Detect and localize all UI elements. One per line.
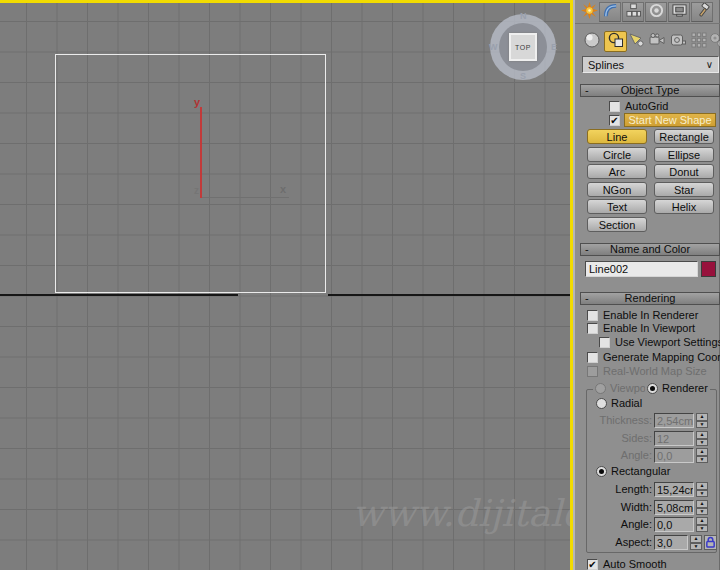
rectangle-button[interactable]: Rectangle xyxy=(654,129,714,144)
spinner-up-icon[interactable]: ▲ xyxy=(696,448,708,456)
autogrid-checkbox[interactable] xyxy=(609,101,620,112)
donut-button[interactable]: Donut xyxy=(654,164,714,179)
rect-angle-field[interactable]: 0,0 xyxy=(654,517,694,532)
enable-in-renderer-checkbox[interactable] xyxy=(587,310,598,321)
category-space-warps[interactable] xyxy=(689,31,709,52)
viewcube-top-face[interactable]: TOP xyxy=(509,33,537,61)
spinner-up-icon[interactable]: ▲ xyxy=(696,500,708,508)
systems-icon xyxy=(709,32,720,52)
object-color-swatch[interactable] xyxy=(701,261,716,277)
tab-create[interactable] xyxy=(580,2,599,23)
rollout-header-rendering[interactable]: - Rendering xyxy=(580,292,720,305)
length-field[interactable]: 15,24cm xyxy=(654,482,694,497)
compass-west[interactable]: W xyxy=(489,42,498,52)
circle-button[interactable]: Circle xyxy=(587,147,647,162)
start-new-shape-button[interactable]: Start New Shape xyxy=(624,113,716,127)
utilities-hammer-icon xyxy=(695,3,710,22)
compass-south[interactable]: S xyxy=(520,71,526,81)
category-cameras[interactable] xyxy=(647,31,667,52)
category-geometry[interactable] xyxy=(582,31,602,52)
compass-east[interactable]: E xyxy=(551,42,557,52)
use-viewport-settings-label: Use Viewport Settings xyxy=(615,336,720,348)
sides-spinner[interactable]: ▲ ▼ xyxy=(696,431,708,446)
tab-hierarchy[interactable] xyxy=(622,2,644,22)
compass-north[interactable]: N xyxy=(520,11,527,21)
thickness-label: Thickness: xyxy=(586,414,652,426)
radial-angle-field[interactable]: 0,0 xyxy=(654,448,694,463)
shapes-icon xyxy=(608,32,624,52)
spinner-down-icon[interactable]: ▼ xyxy=(696,439,708,447)
tab-utilities[interactable] xyxy=(691,2,713,22)
category-lights[interactable] xyxy=(626,31,646,52)
chevron-down-icon: ∨ xyxy=(706,59,713,70)
lock-icon xyxy=(705,534,716,552)
renderer-radio[interactable] xyxy=(647,383,658,394)
gizmo-y-axis xyxy=(200,107,202,198)
aspect-label: Aspect: xyxy=(586,536,652,548)
check-icon: ✔ xyxy=(610,115,618,126)
radial-angle-spinner[interactable]: ▲ ▼ xyxy=(696,448,708,463)
star-button[interactable]: Star xyxy=(654,182,714,197)
category-systems[interactable] xyxy=(707,31,720,52)
viewport-top-view[interactable]: y x z TOP N S E W www.dijitalders xyxy=(0,0,573,570)
tab-motion[interactable] xyxy=(645,2,667,22)
category-shapes[interactable] xyxy=(604,31,627,52)
line-button[interactable]: Line xyxy=(587,129,647,144)
generate-mapping-coords-checkbox[interactable] xyxy=(587,352,598,363)
world-x-axis-line xyxy=(0,294,238,296)
space-warps-icon xyxy=(691,32,707,52)
use-viewport-settings-checkbox[interactable] xyxy=(599,337,610,348)
rect-angle-spinner[interactable]: ▲ ▼ xyxy=(696,517,708,532)
text-button[interactable]: Text xyxy=(587,199,647,214)
width-field[interactable]: 5,08cm xyxy=(654,500,694,515)
spinner-down-icon[interactable]: ▼ xyxy=(696,421,708,429)
ellipse-button[interactable]: Ellipse xyxy=(654,147,714,162)
length-spinner[interactable]: ▲ ▼ xyxy=(696,482,708,497)
auto-smooth-checkbox[interactable]: ✔ xyxy=(587,559,598,570)
width-spinner[interactable]: ▲ ▼ xyxy=(696,500,708,515)
aspect-spinner[interactable]: ▲ ▼ xyxy=(690,535,702,550)
lights-icon xyxy=(628,32,644,52)
spinner-up-icon[interactable]: ▲ xyxy=(696,431,708,439)
section-button[interactable]: Section xyxy=(587,217,647,232)
rollout-header-object-type[interactable]: - Object Type xyxy=(580,84,720,97)
spline-type-dropdown[interactable]: Splines ∨ xyxy=(582,56,719,73)
tab-display[interactable] xyxy=(668,2,690,22)
viewcube[interactable]: TOP N S E W xyxy=(489,13,557,81)
spinner-up-icon[interactable]: ▲ xyxy=(690,535,702,543)
auto-smooth-label: Auto Smooth xyxy=(603,558,667,570)
ngon-button[interactable]: NGon xyxy=(587,182,647,197)
motion-wheel-icon xyxy=(649,3,664,22)
category-helpers[interactable] xyxy=(668,31,688,52)
radial-radio[interactable] xyxy=(596,398,607,409)
tab-modify[interactable] xyxy=(599,2,621,22)
rollout-title: Rendering xyxy=(625,293,676,304)
aspect-field[interactable]: 3,0 xyxy=(654,535,688,550)
object-name-input[interactable] xyxy=(585,261,698,277)
sides-field[interactable]: 12 xyxy=(654,431,694,446)
spinner-down-icon[interactable]: ▼ xyxy=(696,525,708,533)
aspect-lock-button[interactable] xyxy=(704,535,717,550)
rectangular-radio[interactable] xyxy=(596,466,607,477)
spinner-up-icon[interactable]: ▲ xyxy=(696,413,708,421)
autogrid-label: AutoGrid xyxy=(625,100,668,112)
renderer-radio-label: Renderer xyxy=(662,382,708,394)
spinner-down-icon[interactable]: ▼ xyxy=(690,543,702,551)
spinner-down-icon[interactable]: ▼ xyxy=(696,456,708,464)
start-new-shape-checkbox[interactable]: ✔ xyxy=(609,115,620,126)
command-panel: Splines ∨ - Object Type AutoGrid ✔ Start… xyxy=(573,0,720,570)
enable-in-viewport-checkbox[interactable] xyxy=(587,323,598,334)
helix-button[interactable]: Helix xyxy=(654,199,714,214)
thickness-spinner[interactable]: ▲ ▼ xyxy=(696,413,708,428)
rollout-header-name-and-color[interactable]: - Name and Color xyxy=(580,243,720,256)
viewport-radio[interactable] xyxy=(595,383,606,394)
spinner-down-icon[interactable]: ▼ xyxy=(696,490,708,498)
thickness-field[interactable]: 2,54cm xyxy=(654,413,694,428)
spline-rectangle-shape[interactable] xyxy=(55,54,326,293)
spinner-down-icon[interactable]: ▼ xyxy=(696,508,708,516)
generate-mapping-coords-label: Generate Mapping Coords. xyxy=(603,351,720,363)
spinner-up-icon[interactable]: ▲ xyxy=(696,517,708,525)
arc-button[interactable]: Arc xyxy=(587,164,647,179)
3dsmax-window: y x z TOP N S E W www.dijitalders xyxy=(0,0,720,570)
spinner-up-icon[interactable]: ▲ xyxy=(696,482,708,490)
